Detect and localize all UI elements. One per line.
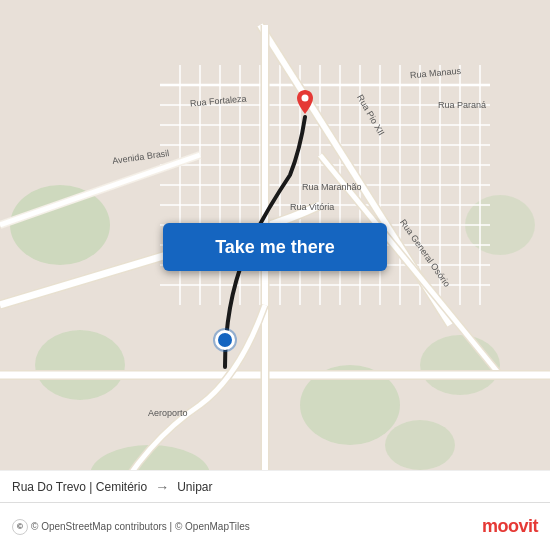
svg-point-1 bbox=[10, 185, 110, 265]
bottom-bar: © © OpenStreetMap contributors | © OpenM… bbox=[0, 502, 550, 550]
svg-rect-0 bbox=[0, 25, 550, 525]
route-from-label: Rua Do Trevo | Cemitério bbox=[12, 480, 147, 494]
map-container: Rua Fortaleza Avenida Brasil Rua Maranhã… bbox=[0, 0, 550, 550]
moovit-text: moovit bbox=[482, 516, 538, 536]
current-location-marker bbox=[215, 330, 235, 350]
svg-point-6 bbox=[385, 420, 455, 470]
route-info-bar: Rua Do Trevo | Cemitério → Unipar bbox=[0, 470, 550, 502]
map-attribution: © © OpenStreetMap contributors | © OpenM… bbox=[12, 519, 482, 535]
moovit-brand: moovit bbox=[482, 516, 538, 537]
take-me-there-button[interactable]: Take me there bbox=[163, 223, 387, 271]
svg-point-2 bbox=[35, 330, 125, 400]
svg-point-45 bbox=[302, 95, 309, 102]
osm-logo-icon: © bbox=[12, 519, 28, 535]
attribution-text: © OpenStreetMap contributors | © OpenMap… bbox=[31, 521, 250, 532]
destination-marker bbox=[293, 90, 317, 122]
route-to-label: Unipar bbox=[177, 480, 212, 494]
route-arrow-icon: → bbox=[155, 479, 169, 495]
